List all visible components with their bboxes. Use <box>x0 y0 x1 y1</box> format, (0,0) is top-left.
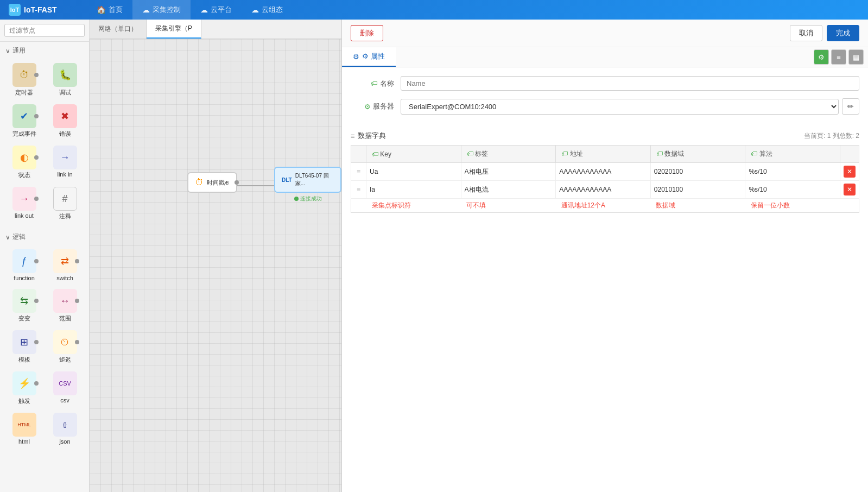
row1-tag-cell[interactable] <box>461 163 556 181</box>
nav-cloud-schema[interactable]: ☁ 云组态 <box>242 0 293 20</box>
app-name: IoT-FAST <box>24 5 57 14</box>
row2-key-cell[interactable] <box>366 181 461 199</box>
sidebar-node-html[interactable]: HTML html <box>4 409 44 448</box>
sidebar-node-debug[interactable]: 🐛 调试 <box>45 60 85 100</box>
cancel-button[interactable]: 取消 <box>790 25 822 41</box>
tab-collect-label: 采集引擎（P <box>155 24 192 33</box>
row2-tag-input[interactable] <box>465 186 553 193</box>
top-nav: IoT IoT-FAST 🏠 首页 ☁ 采集控制 ☁ 云平台 ☁ 云组态 <box>0 0 868 20</box>
row2-key-input[interactable] <box>370 186 458 193</box>
collect-control-icon: ☁ <box>142 5 150 14</box>
logic-nodes-grid: ƒ function ⇄ switch ⇆ 变变 ↔ 范围 ⊞ 模板 <box>0 244 89 450</box>
sidebar-node-switch[interactable]: ⇄ switch <box>45 246 85 285</box>
annotation-col4: 数据域 <box>650 199 745 213</box>
done-button[interactable]: 完成 <box>827 25 859 41</box>
data-dictionary-section: ≡ 数据字典 当前页: 1 列总数: 2 🏷 Key <box>342 131 868 222</box>
nav-collect-control[interactable]: ☁ 采集控制 <box>132 0 191 20</box>
template-icon: ⊞ <box>12 330 36 354</box>
delete-button[interactable]: 删除 <box>351 25 383 41</box>
debug-icon: 🐛 <box>53 63 77 87</box>
logo-icon: IoT <box>9 4 21 16</box>
sidebar-node-linkout[interactable]: → link out <box>4 184 44 224</box>
appearance-tab-btn[interactable]: ▦ <box>848 49 864 65</box>
row2-address-input[interactable] <box>559 186 647 193</box>
sidebar-node-complete[interactable]: ✔ 完成事件 <box>4 101 44 141</box>
canvas-area: 网络（单口） 采集引擎（P ⏱ 时间戳⊕ <box>90 20 341 492</box>
sidebar-node-delay[interactable]: ⏲ 矩迟 <box>45 327 85 367</box>
sidebar-node-change[interactable]: ⇆ 变变 <box>4 286 44 326</box>
editor-tab-bar: ⚙ ⚙ 属性 ⚙ ≡ ▦ <box>342 47 868 67</box>
delay-label: 矩迟 <box>59 356 71 364</box>
tab-collect[interactable]: 采集引擎（P <box>147 20 201 39</box>
function-label: function <box>14 275 35 281</box>
row2-address-cell[interactable] <box>556 181 651 199</box>
range-label: 范围 <box>59 314 71 323</box>
col-address-header: 🏷 地址 <box>556 146 651 163</box>
canvas-connections <box>90 39 341 492</box>
range-icon: ↔ <box>53 289 77 313</box>
sidebar-node-csv[interactable]: CSV csv <box>45 368 85 408</box>
row1-domain-cell[interactable] <box>650 163 745 181</box>
flow-node-dlt[interactable]: DLT DLT645-07 国家... 连接成功 <box>274 167 341 203</box>
dlt-icon: DLT <box>282 177 292 183</box>
row2-delete-button[interactable]: ✕ <box>844 184 856 195</box>
dict-row-2: ≡ <box>351 181 859 199</box>
row2-handle[interactable]: ≡ <box>351 181 366 199</box>
cloud-platform-icon: ☁ <box>200 5 208 14</box>
sidebar-node-comment[interactable]: # 注释 <box>45 184 85 224</box>
section-common-title: ∨ 通用 <box>0 44 89 58</box>
annotation-row: 采集点标识符 可不填 通讯地址12个A 数据域 保留一位小数 <box>351 199 859 213</box>
row2-domain-input[interactable] <box>654 186 742 193</box>
tab-properties[interactable]: ⚙ ⚙ 属性 <box>342 47 396 67</box>
row1-delete-button[interactable]: ✕ <box>844 166 856 178</box>
sidebar-node-template[interactable]: ⊞ 模板 <box>4 327 44 367</box>
col-tag-header: 🏷 标签 <box>461 146 556 163</box>
nav-cloud-platform[interactable]: ☁ 云平台 <box>191 0 242 20</box>
row2-algorithm-cell[interactable] <box>745 181 840 199</box>
sidebar-section-logic: ∨ 逻辑 ƒ function ⇄ switch ⇆ 变变 ↔ 范 <box>0 228 89 452</box>
name-input[interactable] <box>401 76 859 91</box>
trigger-label: 触发 <box>18 397 30 405</box>
row1-address-cell[interactable] <box>556 163 651 181</box>
server-label: ⚙ 服务器 <box>351 102 394 111</box>
dlt-node-box: DLT DLT645-07 国家... <box>274 167 341 193</box>
row1-address-input[interactable] <box>559 168 647 175</box>
row2-delete-cell: ✕ <box>840 181 859 199</box>
sidebar-node-json[interactable]: {} json <box>45 409 85 448</box>
sidebar-node-error[interactable]: ✖ 错误 <box>45 101 85 141</box>
row1-tag-input[interactable] <box>465 168 553 175</box>
sidebar-node-linkin[interactable]: → link in <box>45 142 85 182</box>
tab-network-label: 网络（单口） <box>98 24 137 34</box>
flow-canvas[interactable]: ⏱ 时间戳⊕ DLT DLT645-07 国家... 连接成功 <box>90 39 341 492</box>
description-tab-btn[interactable]: ≡ <box>831 49 846 65</box>
flow-node-time[interactable]: ⏱ 时间戳⊕ <box>187 172 237 193</box>
error-label: 错误 <box>59 130 71 138</box>
error-icon: ✖ <box>53 104 77 128</box>
status-dot-icon <box>294 197 299 201</box>
sidebar-node-range[interactable]: ↔ 范围 <box>45 286 85 326</box>
row2-algorithm-input[interactable] <box>749 186 837 193</box>
server-edit-button[interactable]: ✏ <box>842 98 859 115</box>
server-select[interactable]: SerialExpert@COM10:2400 <box>401 99 839 115</box>
sidebar-node-timer[interactable]: ⏱ 定时器 <box>4 60 44 100</box>
timer-label: 定时器 <box>15 89 33 97</box>
nav-home[interactable]: 🏠 首页 <box>87 0 132 20</box>
row1-key-cell[interactable] <box>366 163 461 181</box>
settings-tab-btn[interactable]: ⚙ <box>814 49 829 65</box>
row1-algorithm-cell[interactable] <box>745 163 840 181</box>
sidebar-node-status[interactable]: ◐ 状态 <box>4 142 44 182</box>
row2-domain-cell[interactable] <box>650 181 745 199</box>
sidebar-node-function[interactable]: ƒ function <box>4 246 44 285</box>
row1-key-input[interactable] <box>370 168 458 175</box>
tab-network[interactable]: 网络（单口） <box>90 20 147 39</box>
row1-domain-input[interactable] <box>654 168 742 175</box>
list-icon: ≡ <box>351 132 355 140</box>
row1-algorithm-input[interactable] <box>749 168 837 175</box>
row1-handle[interactable]: ≡ <box>351 163 366 181</box>
sidebar-node-trigger[interactable]: ⚡ 触发 <box>4 368 44 408</box>
dict-pagination: 当前页: 1 列总数: 2 <box>804 131 859 141</box>
filter-nodes-input[interactable] <box>4 24 85 37</box>
row2-tag-cell[interactable] <box>461 181 556 199</box>
server-icon: ⚙ <box>364 103 371 111</box>
nav-cloud-platform-label: 云平台 <box>211 5 232 15</box>
